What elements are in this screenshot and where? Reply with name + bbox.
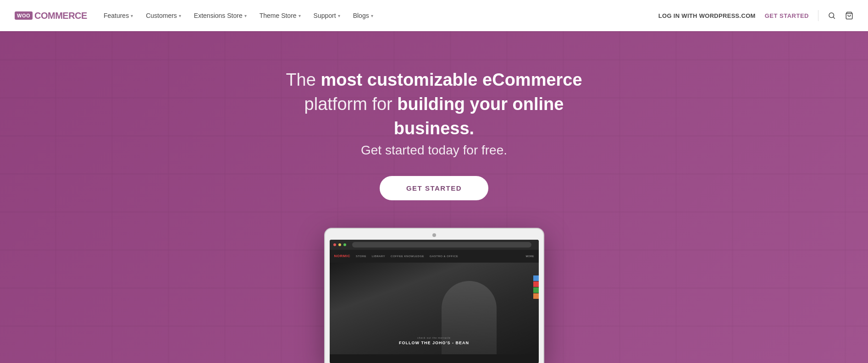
svg-point-0: [829, 13, 834, 18]
nav-label-features: Features: [104, 12, 129, 19]
nav-label-customers: Customers: [146, 12, 177, 19]
laptop-camera: [432, 233, 436, 237]
laptop-screen: NORMIC STORE LIBRARY COFFEE KNOWLEDGE GA…: [330, 240, 539, 363]
logo-woo-text: WOO: [17, 13, 30, 18]
nav-divider: [818, 10, 818, 21]
site-hero-title: FOLLOW THE JOHO'S - BEAN: [399, 341, 469, 345]
logo[interactable]: WOO COMMERCE: [15, 11, 87, 21]
headline-bold1: most customizable eCommerce: [321, 70, 582, 89]
sidebar-btn-green: [533, 287, 539, 293]
site-nav-item-5: MORE: [526, 255, 534, 258]
navbar-left: WOO COMMERCE Features ▾ Customers ▾ Exte…: [15, 11, 373, 21]
nav-item-extensions-store[interactable]: Extensions Store ▾: [194, 12, 247, 19]
search-button[interactable]: [828, 11, 836, 20]
site-hero-subtitle: check out the merracle: [399, 336, 469, 339]
chevron-down-icon: ▾: [244, 13, 247, 18]
sidebar-btn-blue: [533, 275, 539, 281]
logo-woo: WOO: [15, 11, 33, 20]
site-nav: NORMIC STORE LIBRARY COFFEE KNOWLEDGE GA…: [330, 250, 539, 263]
cart-button[interactable]: [845, 11, 853, 20]
sidebar-btn-orange: [533, 293, 539, 299]
hero-content: The most customizable eCommerce platform…: [278, 31, 590, 219]
chevron-down-icon: ▾: [299, 13, 301, 18]
nav-label-support: Support: [314, 12, 336, 19]
headline-bold2: building your online business.: [394, 94, 564, 138]
nav-item-theme-store[interactable]: Theme Store ▾: [260, 12, 301, 19]
hero-subtext: Get started today for free.: [278, 143, 590, 158]
site-hero-image: check out the merracle FOLLOW THE JOHO'S…: [330, 263, 539, 354]
browser-url-bar: [352, 242, 531, 248]
chevron-down-icon: ▾: [371, 13, 373, 18]
browser-close-dot: [333, 243, 336, 246]
hero-cta-button[interactable]: GET STARTED: [380, 176, 488, 200]
laptop-outer-frame: NORMIC STORE LIBRARY COFFEE KNOWLEDGE GA…: [324, 228, 544, 363]
site-sidebar-buttons: [533, 275, 539, 299]
site-nav-right: MORE: [526, 255, 534, 258]
nav-item-support[interactable]: Support ▾: [314, 12, 340, 19]
svg-line-1: [833, 17, 835, 18]
nav-label-extensions: Extensions Store: [194, 12, 243, 19]
site-nav-item-4: GASTRO & OFFICE: [430, 255, 458, 258]
site-nav-logo: NORMIC: [334, 254, 350, 258]
nav-item-features[interactable]: Features ▾: [104, 12, 133, 19]
nav-label-blogs: Blogs: [353, 12, 369, 19]
site-nav-item-1: STORE: [356, 255, 366, 258]
chevron-down-icon: ▾: [338, 13, 340, 18]
laptop-mockup: NORMIC STORE LIBRARY COFFEE KNOWLEDGE GA…: [324, 228, 544, 363]
laptop-camera-bar: [330, 233, 539, 240]
hero-section: The most customizable eCommerce platform…: [0, 31, 868, 363]
navbar: WOO COMMERCE Features ▾ Customers ▾ Exte…: [0, 0, 868, 31]
nav-label-theme-store: Theme Store: [260, 12, 297, 19]
get-started-nav-button[interactable]: GET STARTED: [765, 12, 809, 19]
site-nav-item-3: COFFEE KNOWLEDGE: [391, 255, 424, 258]
site-hero-text: check out the merracle FOLLOW THE JOHO'S…: [399, 336, 469, 345]
chevron-down-icon: ▾: [179, 13, 181, 18]
sidebar-btn-red: [533, 281, 539, 287]
login-link[interactable]: LOG IN WITH WORDPRESS.COM: [658, 12, 756, 19]
site-nav-item-2: LIBRARY: [372, 255, 385, 258]
browser-minimize-dot: [338, 243, 341, 246]
nav-item-customers[interactable]: Customers ▾: [146, 12, 181, 19]
chevron-down-icon: ▾: [131, 13, 133, 18]
browser-chrome: [330, 240, 539, 250]
browser-maximize-dot: [343, 243, 346, 246]
logo-commerce-text: COMMERCE: [34, 11, 87, 21]
navbar-right: LOG IN WITH WORDPRESS.COM GET STARTED: [658, 10, 853, 21]
headline-part1: The: [286, 70, 321, 89]
headline-part2: platform for: [304, 94, 398, 114]
hero-headline: The most customizable eCommerce platform…: [278, 68, 590, 141]
nav-item-blogs[interactable]: Blogs ▾: [353, 12, 373, 19]
